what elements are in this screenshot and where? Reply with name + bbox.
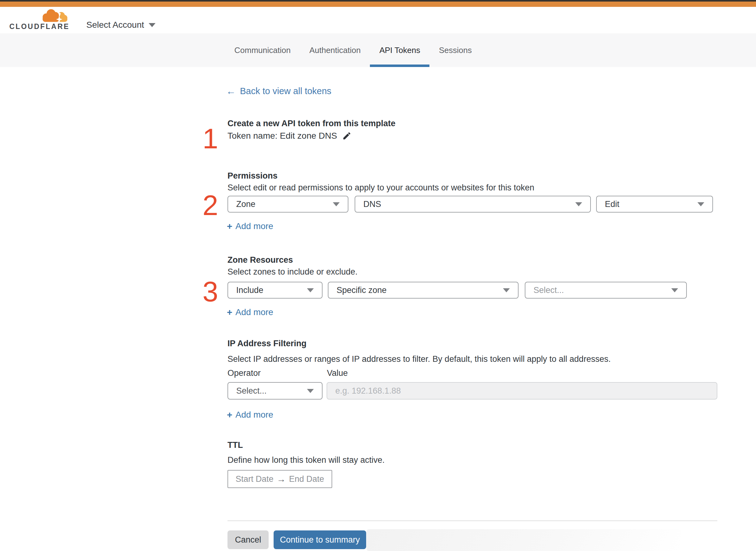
tab-api-tokens[interactable]: API Tokens bbox=[370, 33, 430, 67]
tab-communication[interactable]: Communication bbox=[225, 33, 300, 67]
zone-type-value: Specific zone bbox=[336, 286, 387, 295]
footer-shade bbox=[366, 529, 681, 551]
zone-resources-title: Zone Resources bbox=[227, 255, 293, 265]
tab-authentication[interactable]: Authentication bbox=[300, 33, 370, 67]
zone-select-placeholder: Select... bbox=[534, 286, 564, 295]
ip-operator-dropdown[interactable]: Select... bbox=[227, 382, 322, 400]
chevron-down-icon bbox=[307, 288, 314, 292]
plus-icon: + bbox=[227, 308, 232, 317]
permission-level-dropdown[interactable]: Edit bbox=[596, 196, 713, 212]
ip-filtering-description: Select IP addresses or ranges of IP addr… bbox=[227, 354, 611, 364]
add-more-label: Add more bbox=[235, 410, 273, 420]
permission-scope-dropdown[interactable]: Zone bbox=[227, 196, 348, 212]
step-number-1: 1 bbox=[195, 125, 218, 153]
tab-sessions[interactable]: Sessions bbox=[430, 33, 481, 67]
chevron-down-icon bbox=[575, 202, 582, 206]
token-name-text: Token name: Edit zone DNS bbox=[227, 131, 337, 141]
zone-type-dropdown[interactable]: Specific zone bbox=[328, 282, 519, 299]
tab-bar: Communication Authentication API Tokens … bbox=[0, 33, 756, 67]
chevron-down-icon bbox=[697, 202, 704, 206]
edit-pencil-icon[interactable] bbox=[342, 131, 351, 140]
plus-icon: + bbox=[227, 410, 232, 420]
zone-operator-dropdown[interactable]: Include bbox=[227, 282, 322, 299]
permission-item-value: DNS bbox=[363, 199, 381, 209]
operator-label: Operator bbox=[227, 368, 261, 378]
continue-to-summary-button[interactable]: Continue to summary bbox=[273, 530, 366, 549]
end-date-placeholder: End Date bbox=[289, 474, 324, 484]
brand-top-bar bbox=[0, 2, 756, 7]
chevron-down-icon bbox=[671, 288, 678, 292]
value-label: Value bbox=[327, 368, 348, 378]
header: CLOUDFLARE Select Account bbox=[0, 7, 756, 33]
ttl-title: TTL bbox=[227, 440, 243, 450]
add-more-label: Add more bbox=[235, 307, 273, 317]
ip-filtering-add-more-link[interactable]: + Add more bbox=[227, 410, 273, 420]
ip-filtering-title: IP Address Filtering bbox=[227, 339, 307, 349]
chevron-down-icon bbox=[149, 23, 155, 27]
step-number-3: 3 bbox=[195, 278, 218, 306]
template-section-title: Create a new API token from this templat… bbox=[227, 118, 396, 128]
ttl-description: Define how long this token will stay act… bbox=[227, 455, 385, 465]
permission-level-value: Edit bbox=[605, 199, 620, 209]
account-selector-label: Select Account bbox=[86, 20, 144, 30]
zone-select-dropdown[interactable]: Select... bbox=[525, 282, 687, 299]
arrow-right-icon: → bbox=[277, 474, 286, 484]
token-name-line: Token name: Edit zone DNS bbox=[227, 131, 351, 141]
permission-item-dropdown[interactable]: DNS bbox=[354, 196, 591, 212]
cloudflare-logo[interactable]: CLOUDFLARE bbox=[9, 7, 69, 32]
back-link-label: Back to view all tokens bbox=[240, 86, 331, 96]
permissions-add-more-link[interactable]: + Add more bbox=[227, 221, 273, 231]
back-link[interactable]: ← Back to view all tokens bbox=[226, 86, 331, 96]
chevron-down-icon bbox=[503, 288, 510, 292]
page: CLOUDFLARE Select Account Communication … bbox=[0, 0, 756, 551]
chevron-down-icon bbox=[333, 202, 340, 206]
chevron-down-icon bbox=[307, 389, 314, 393]
cancel-button[interactable]: Cancel bbox=[227, 530, 269, 549]
step-number-2: 2 bbox=[195, 191, 218, 219]
add-more-label: Add more bbox=[235, 221, 273, 231]
zone-resources-description: Select zones to include or exclude. bbox=[227, 267, 357, 277]
zone-operator-value: Include bbox=[236, 286, 263, 295]
start-date-placeholder: Start Date bbox=[235, 474, 273, 484]
footer-divider bbox=[227, 520, 717, 521]
ttl-date-range-picker[interactable]: Start Date → End Date bbox=[227, 470, 332, 488]
permissions-description: Select edit or read permissions to apply… bbox=[227, 183, 535, 192]
plus-icon: + bbox=[227, 221, 232, 231]
cloudflare-logo-text: CLOUDFLARE bbox=[9, 22, 69, 31]
account-selector[interactable]: Select Account bbox=[86, 20, 155, 30]
permissions-title: Permissions bbox=[227, 171, 278, 181]
ip-operator-value: Select... bbox=[236, 386, 267, 396]
ip-value-input[interactable] bbox=[326, 382, 717, 400]
permission-scope-value: Zone bbox=[236, 199, 255, 209]
back-arrow-icon: ← bbox=[226, 86, 236, 96]
zone-resources-add-more-link[interactable]: + Add more bbox=[227, 307, 273, 317]
